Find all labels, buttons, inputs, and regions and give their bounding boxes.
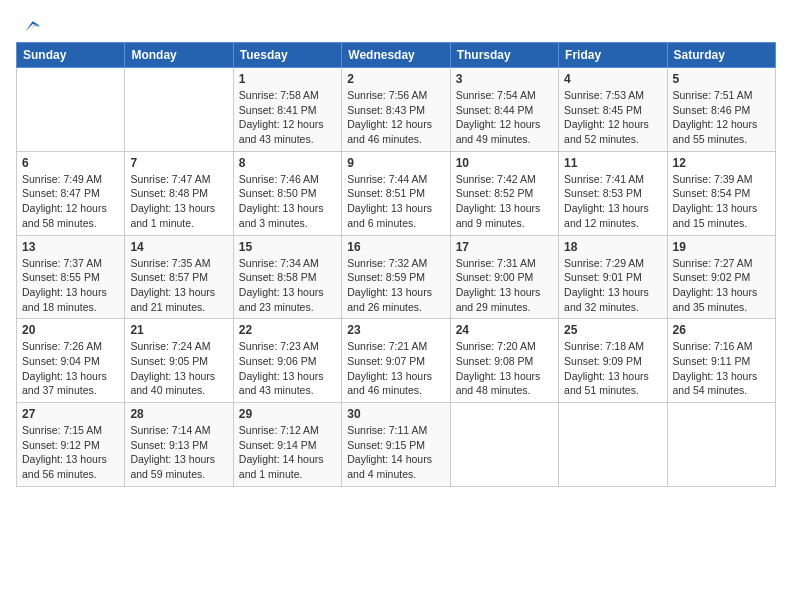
day-detail: Sunrise: 7:37 AM Sunset: 8:55 PM Dayligh… (22, 256, 119, 315)
calendar-cell: 24Sunrise: 7:20 AM Sunset: 9:08 PM Dayli… (450, 319, 558, 403)
day-detail: Sunrise: 7:15 AM Sunset: 9:12 PM Dayligh… (22, 423, 119, 482)
day-number: 12 (673, 156, 770, 170)
col-header-friday: Friday (559, 43, 667, 68)
day-number: 23 (347, 323, 444, 337)
day-number: 2 (347, 72, 444, 86)
day-number: 17 (456, 240, 553, 254)
col-header-thursday: Thursday (450, 43, 558, 68)
day-detail: Sunrise: 7:21 AM Sunset: 9:07 PM Dayligh… (347, 339, 444, 398)
day-number: 16 (347, 240, 444, 254)
day-detail: Sunrise: 7:14 AM Sunset: 9:13 PM Dayligh… (130, 423, 227, 482)
day-detail: Sunrise: 7:41 AM Sunset: 8:53 PM Dayligh… (564, 172, 661, 231)
calendar-cell: 6Sunrise: 7:49 AM Sunset: 8:47 PM Daylig… (17, 151, 125, 235)
day-number: 26 (673, 323, 770, 337)
calendar-cell: 2Sunrise: 7:56 AM Sunset: 8:43 PM Daylig… (342, 68, 450, 152)
calendar-cell: 10Sunrise: 7:42 AM Sunset: 8:52 PM Dayli… (450, 151, 558, 235)
day-detail: Sunrise: 7:53 AM Sunset: 8:45 PM Dayligh… (564, 88, 661, 147)
day-number: 22 (239, 323, 336, 337)
day-detail: Sunrise: 7:39 AM Sunset: 8:54 PM Dayligh… (673, 172, 770, 231)
calendar-cell: 15Sunrise: 7:34 AM Sunset: 8:58 PM Dayli… (233, 235, 341, 319)
day-detail: Sunrise: 7:16 AM Sunset: 9:11 PM Dayligh… (673, 339, 770, 398)
calendar-cell: 5Sunrise: 7:51 AM Sunset: 8:46 PM Daylig… (667, 68, 775, 152)
day-number: 19 (673, 240, 770, 254)
day-number: 24 (456, 323, 553, 337)
col-header-tuesday: Tuesday (233, 43, 341, 68)
calendar-cell: 4Sunrise: 7:53 AM Sunset: 8:45 PM Daylig… (559, 68, 667, 152)
day-detail: Sunrise: 7:24 AM Sunset: 9:05 PM Dayligh… (130, 339, 227, 398)
day-detail: Sunrise: 7:47 AM Sunset: 8:48 PM Dayligh… (130, 172, 227, 231)
day-detail: Sunrise: 7:18 AM Sunset: 9:09 PM Dayligh… (564, 339, 661, 398)
calendar-cell: 23Sunrise: 7:21 AM Sunset: 9:07 PM Dayli… (342, 319, 450, 403)
day-detail: Sunrise: 7:46 AM Sunset: 8:50 PM Dayligh… (239, 172, 336, 231)
day-number: 21 (130, 323, 227, 337)
day-detail: Sunrise: 7:27 AM Sunset: 9:02 PM Dayligh… (673, 256, 770, 315)
logo (16, 16, 40, 34)
day-number: 29 (239, 407, 336, 421)
day-detail: Sunrise: 7:12 AM Sunset: 9:14 PM Dayligh… (239, 423, 336, 482)
page-header (16, 16, 776, 34)
calendar-cell: 27Sunrise: 7:15 AM Sunset: 9:12 PM Dayli… (17, 403, 125, 487)
calendar-cell (17, 68, 125, 152)
calendar-cell: 30Sunrise: 7:11 AM Sunset: 9:15 PM Dayli… (342, 403, 450, 487)
calendar-cell: 20Sunrise: 7:26 AM Sunset: 9:04 PM Dayli… (17, 319, 125, 403)
calendar-cell (125, 68, 233, 152)
calendar-cell: 29Sunrise: 7:12 AM Sunset: 9:14 PM Dayli… (233, 403, 341, 487)
day-detail: Sunrise: 7:23 AM Sunset: 9:06 PM Dayligh… (239, 339, 336, 398)
day-detail: Sunrise: 7:54 AM Sunset: 8:44 PM Dayligh… (456, 88, 553, 147)
day-number: 14 (130, 240, 227, 254)
calendar-cell: 21Sunrise: 7:24 AM Sunset: 9:05 PM Dayli… (125, 319, 233, 403)
day-detail: Sunrise: 7:42 AM Sunset: 8:52 PM Dayligh… (456, 172, 553, 231)
day-number: 28 (130, 407, 227, 421)
day-number: 18 (564, 240, 661, 254)
col-header-sunday: Sunday (17, 43, 125, 68)
day-detail: Sunrise: 7:32 AM Sunset: 8:59 PM Dayligh… (347, 256, 444, 315)
day-number: 3 (456, 72, 553, 86)
day-number: 27 (22, 407, 119, 421)
week-row-3: 13Sunrise: 7:37 AM Sunset: 8:55 PM Dayli… (17, 235, 776, 319)
day-detail: Sunrise: 7:51 AM Sunset: 8:46 PM Dayligh… (673, 88, 770, 147)
day-detail: Sunrise: 7:35 AM Sunset: 8:57 PM Dayligh… (130, 256, 227, 315)
day-detail: Sunrise: 7:34 AM Sunset: 8:58 PM Dayligh… (239, 256, 336, 315)
day-number: 1 (239, 72, 336, 86)
calendar-cell: 12Sunrise: 7:39 AM Sunset: 8:54 PM Dayli… (667, 151, 775, 235)
calendar-cell (559, 403, 667, 487)
calendar-cell: 14Sunrise: 7:35 AM Sunset: 8:57 PM Dayli… (125, 235, 233, 319)
week-row-5: 27Sunrise: 7:15 AM Sunset: 9:12 PM Dayli… (17, 403, 776, 487)
col-header-monday: Monday (125, 43, 233, 68)
calendar-cell (450, 403, 558, 487)
calendar-cell: 8Sunrise: 7:46 AM Sunset: 8:50 PM Daylig… (233, 151, 341, 235)
calendar-cell: 25Sunrise: 7:18 AM Sunset: 9:09 PM Dayli… (559, 319, 667, 403)
day-detail: Sunrise: 7:20 AM Sunset: 9:08 PM Dayligh… (456, 339, 553, 398)
calendar-cell: 16Sunrise: 7:32 AM Sunset: 8:59 PM Dayli… (342, 235, 450, 319)
calendar-cell: 22Sunrise: 7:23 AM Sunset: 9:06 PM Dayli… (233, 319, 341, 403)
day-number: 8 (239, 156, 336, 170)
col-header-wednesday: Wednesday (342, 43, 450, 68)
day-number: 13 (22, 240, 119, 254)
calendar-table: SundayMondayTuesdayWednesdayThursdayFrid… (16, 42, 776, 487)
calendar-cell: 26Sunrise: 7:16 AM Sunset: 9:11 PM Dayli… (667, 319, 775, 403)
column-headers: SundayMondayTuesdayWednesdayThursdayFrid… (17, 43, 776, 68)
calendar-cell: 13Sunrise: 7:37 AM Sunset: 8:55 PM Dayli… (17, 235, 125, 319)
day-number: 4 (564, 72, 661, 86)
calendar-cell: 11Sunrise: 7:41 AM Sunset: 8:53 PM Dayli… (559, 151, 667, 235)
calendar-cell: 7Sunrise: 7:47 AM Sunset: 8:48 PM Daylig… (125, 151, 233, 235)
day-detail: Sunrise: 7:11 AM Sunset: 9:15 PM Dayligh… (347, 423, 444, 482)
day-detail: Sunrise: 7:49 AM Sunset: 8:47 PM Dayligh… (22, 172, 119, 231)
calendar-cell: 17Sunrise: 7:31 AM Sunset: 9:00 PM Dayli… (450, 235, 558, 319)
col-header-saturday: Saturday (667, 43, 775, 68)
day-detail: Sunrise: 7:31 AM Sunset: 9:00 PM Dayligh… (456, 256, 553, 315)
week-row-2: 6Sunrise: 7:49 AM Sunset: 8:47 PM Daylig… (17, 151, 776, 235)
calendar-cell (667, 403, 775, 487)
calendar-cell: 18Sunrise: 7:29 AM Sunset: 9:01 PM Dayli… (559, 235, 667, 319)
day-detail: Sunrise: 7:26 AM Sunset: 9:04 PM Dayligh… (22, 339, 119, 398)
day-detail: Sunrise: 7:56 AM Sunset: 8:43 PM Dayligh… (347, 88, 444, 147)
calendar-cell: 19Sunrise: 7:27 AM Sunset: 9:02 PM Dayli… (667, 235, 775, 319)
day-number: 10 (456, 156, 553, 170)
logo-bird-icon (18, 16, 40, 38)
day-number: 30 (347, 407, 444, 421)
week-row-4: 20Sunrise: 7:26 AM Sunset: 9:04 PM Dayli… (17, 319, 776, 403)
week-row-1: 1Sunrise: 7:58 AM Sunset: 8:41 PM Daylig… (17, 68, 776, 152)
day-number: 20 (22, 323, 119, 337)
calendar-cell: 1Sunrise: 7:58 AM Sunset: 8:41 PM Daylig… (233, 68, 341, 152)
calendar-cell: 28Sunrise: 7:14 AM Sunset: 9:13 PM Dayli… (125, 403, 233, 487)
